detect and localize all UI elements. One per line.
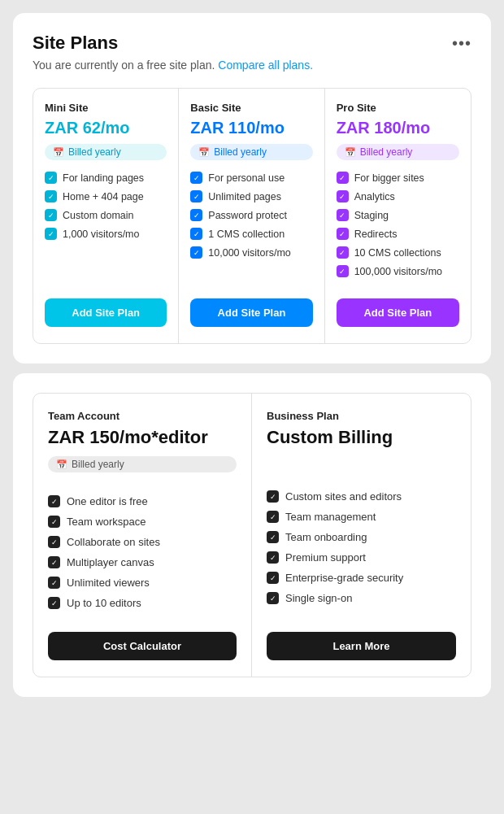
header-row: Site Plans ••• [33, 33, 471, 54]
check-icon: ✓ [267, 511, 279, 523]
list-item: ✓10,000 visitors/mo [190, 246, 312, 259]
business-features-list: ✓Custom sites and editors ✓Team manageme… [267, 490, 456, 617]
bottom-plans-card: Team Account ZAR 150/mo*editor 📅 Billed … [13, 373, 491, 697]
plan-price-mini: ZAR 62/mo [45, 119, 167, 137]
list-item: ✓Multiplayer canvas [48, 556, 237, 568]
list-item: ✓Team workspace [48, 516, 237, 528]
check-icon: ✓ [190, 246, 202, 259]
plan-basic-site: Basic Site ZAR 110/mo 📅 Billed yearly ✓F… [179, 89, 324, 343]
check-icon: ✓ [337, 246, 349, 259]
features-list-basic: ✓For personal use ✓Unlimited pages ✓Pass… [190, 172, 312, 284]
plan-pro-site: Pro Site ZAR 180/mo 📅 Billed yearly ✓For… [325, 89, 471, 343]
list-item: ✓Home + 404 page [45, 190, 167, 202]
subtitle: You are currently on a free site plan. C… [33, 59, 471, 72]
check-icon: ✓ [337, 265, 349, 277]
check-icon: ✓ [267, 551, 279, 564]
plan-name-mini: Mini Site [45, 102, 167, 114]
subtitle-text: You are currently on a free site plan. [33, 59, 215, 72]
list-item: ✓Staging [337, 209, 459, 221]
check-icon: ✓ [190, 228, 202, 240]
list-item: ✓For bigger sites [337, 172, 459, 184]
check-icon: ✓ [337, 190, 349, 202]
check-icon: ✓ [337, 172, 349, 184]
list-item: ✓1 CMS collection [190, 228, 312, 240]
check-icon: ✓ [45, 190, 57, 202]
check-icon: ✓ [48, 597, 60, 609]
list-item: ✓1,000 visitors/mo [45, 228, 167, 240]
check-icon: ✓ [267, 490, 279, 503]
learn-more-button[interactable]: Learn More [267, 632, 456, 660]
list-item: ✓Password protect [190, 209, 312, 221]
site-plans-card: Site Plans ••• You are currently on a fr… [13, 13, 491, 363]
billed-text-mini: Billed yearly [68, 146, 121, 158]
check-icon: ✓ [190, 190, 202, 202]
check-icon: ✓ [267, 592, 279, 604]
check-icon: ✓ [48, 516, 60, 528]
billed-text-pro: Billed yearly [360, 146, 413, 158]
check-icon: ✓ [190, 172, 202, 184]
check-icon: ✓ [267, 572, 279, 584]
list-item: ✓For personal use [190, 172, 312, 184]
check-icon: ✓ [267, 531, 279, 543]
add-site-plan-basic-button[interactable]: Add Site Plan [190, 298, 312, 327]
list-item: ✓Custom sites and editors [267, 490, 456, 503]
check-icon: ✓ [45, 228, 57, 240]
add-site-plan-mini-button[interactable]: Add Site Plan [45, 298, 167, 327]
calendar-icon-team: 📅 [56, 459, 67, 470]
list-item: ✓Up to 10 editors [48, 597, 237, 609]
check-icon: ✓ [45, 209, 57, 221]
check-icon: ✓ [48, 536, 60, 548]
list-item: ✓Premium support [267, 551, 456, 564]
billed-badge-basic: 📅 Billed yearly [190, 144, 312, 160]
calendar-icon-basic: 📅 [198, 147, 210, 158]
plan-team-account: Team Account ZAR 150/mo*editor 📅 Billed … [33, 394, 252, 677]
plan-price-basic: ZAR 110/mo [190, 119, 312, 137]
billed-badge-pro: 📅 Billed yearly [337, 144, 459, 160]
calendar-icon-mini: 📅 [53, 147, 64, 158]
list-item: ✓100,000 visitors/mo [337, 265, 459, 277]
business-plan-price: Custom Billing [267, 427, 456, 448]
list-item: ✓Single sign-on [267, 592, 456, 604]
list-item: ✓Team onboarding [267, 531, 456, 543]
cost-calculator-button[interactable]: Cost Calculator [48, 632, 237, 660]
list-item: ✓Analytics [337, 190, 459, 202]
page-title: Site Plans [33, 33, 118, 54]
check-icon: ✓ [48, 556, 60, 568]
list-item: ✓Redirects [337, 228, 459, 240]
plans-grid: Mini Site ZAR 62/mo 📅 Billed yearly ✓For… [33, 88, 471, 344]
list-item: ✓Team management [267, 511, 456, 523]
team-plan-price: ZAR 150/mo*editor [48, 427, 237, 448]
list-item: ✓Collaborate on sites [48, 536, 237, 548]
features-list-pro: ✓For bigger sites ✓Analytics ✓Staging ✓R… [337, 172, 459, 284]
list-item: ✓Unlimited viewers [48, 577, 237, 589]
billed-badge-mini: 📅 Billed yearly [45, 144, 167, 160]
features-list-mini: ✓For landing pages ✓Home + 404 page ✓Cus… [45, 172, 167, 284]
team-features-list: ✓One editor is free ✓Team workspace ✓Col… [48, 495, 237, 617]
plan-business: Business Plan Custom Billing ✓Custom sit… [252, 394, 471, 677]
list-item: ✓10 CMS collections [337, 246, 459, 259]
list-item: ✓Custom domain [45, 209, 167, 221]
more-options-icon[interactable]: ••• [452, 34, 471, 53]
list-item: ✓Unlimited pages [190, 190, 312, 202]
plan-name-basic: Basic Site [190, 102, 312, 114]
team-plan-name: Team Account [48, 410, 237, 422]
list-item: ✓Enterprise-grade security [267, 572, 456, 584]
check-icon: ✓ [48, 577, 60, 589]
calendar-icon-pro: 📅 [345, 147, 356, 158]
check-icon: ✓ [337, 209, 349, 221]
team-billed-badge: 📅 Billed yearly [48, 456, 237, 472]
business-plan-name: Business Plan [267, 410, 456, 422]
add-site-plan-pro-button[interactable]: Add Site Plan [337, 298, 459, 327]
plan-mini-site: Mini Site ZAR 62/mo 📅 Billed yearly ✓For… [33, 89, 179, 343]
list-item: ✓One editor is free [48, 495, 237, 507]
list-item: ✓For landing pages [45, 172, 167, 184]
check-icon: ✓ [190, 209, 202, 221]
team-billed-text: Billed yearly [72, 459, 124, 470]
check-icon: ✓ [45, 172, 57, 184]
check-icon: ✓ [48, 495, 60, 507]
plan-price-pro: ZAR 180/mo [337, 119, 459, 137]
compare-link[interactable]: Compare all plans. [218, 59, 313, 72]
check-icon: ✓ [337, 228, 349, 240]
plan-name-pro: Pro Site [337, 102, 459, 114]
bottom-plans-grid: Team Account ZAR 150/mo*editor 📅 Billed … [33, 393, 471, 677]
